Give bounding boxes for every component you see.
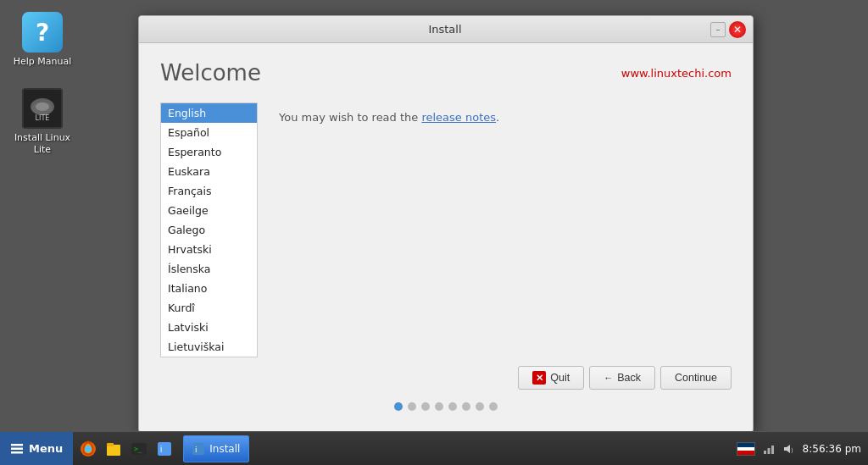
svg-point-3: [36, 102, 49, 111]
locale-flag: [737, 442, 755, 456]
language-item[interactable]: Esperanto: [161, 142, 257, 162]
window-bottom: ✕ Quit ← Back Continue: [160, 366, 732, 419]
svg-text:i: i: [160, 445, 162, 454]
language-item[interactable]: Gaeilge: [161, 201, 257, 220]
minimize-button[interactable]: –: [710, 22, 726, 37]
pagination-dot[interactable]: [408, 402, 416, 411]
installer-icon-btn[interactable]: i: [153, 437, 176, 461]
language-item[interactable]: Kurdî: [161, 298, 257, 318]
clock: 8:56:36 pm: [803, 443, 861, 455]
help-manual-icon[interactable]: ? Help Manual: [8, 8, 76, 71]
installer-icon: i: [155, 440, 174, 458]
release-notes-link[interactable]: release notes: [421, 111, 496, 124]
install-taskbar-button[interactable]: i Install: [183, 435, 249, 462]
pagination-dot[interactable]: [421, 402, 430, 411]
svg-rect-21: [771, 446, 774, 454]
svg-rect-5: [11, 444, 23, 446]
install-window: Install – ✕ Welcome www.linuxtechi.com E…: [138, 15, 754, 433]
pagination-dot[interactable]: [435, 402, 443, 411]
main-area: EnglishEspañolEsperantoEuskaraFrançaisGa…: [160, 102, 732, 357]
svg-rect-6: [11, 447, 23, 450]
pagination-dot[interactable]: [489, 402, 498, 411]
pagination-dots: [160, 402, 732, 419]
svg-rect-20: [767, 448, 770, 454]
language-item[interactable]: Français: [161, 181, 257, 201]
menu-button[interactable]: Menu: [0, 432, 73, 465]
svg-rect-12: [107, 443, 114, 446]
quit-button[interactable]: ✕ Quit: [518, 366, 584, 390]
release-notes-suffix: .: [496, 111, 499, 124]
close-button[interactable]: ✕: [729, 21, 746, 38]
menu-label: Menu: [29, 442, 63, 455]
back-arrow-icon: ←: [604, 373, 613, 383]
quit-icon: ✕: [532, 371, 546, 385]
network-icon: [762, 442, 776, 456]
install-taskbar-icon: i: [192, 443, 204, 455]
welcome-heading: Welcome: [160, 60, 261, 86]
language-item[interactable]: Latviski: [161, 318, 257, 337]
install-taskbar-label: Install: [209, 443, 240, 455]
taskbar: Menu >_: [0, 431, 868, 465]
files-icon-btn[interactable]: [102, 437, 125, 461]
language-item[interactable]: English: [161, 103, 257, 123]
svg-text:>_: >_: [134, 446, 142, 453]
firefox-icon: [79, 440, 97, 458]
terminal-icon-btn[interactable]: >_: [127, 437, 151, 461]
taskbar-quick-launch: >_ i: [73, 437, 180, 461]
content-area: You may wish to read the release notes.: [270, 102, 732, 357]
release-notes-paragraph: You may wish to read the release notes.: [279, 111, 723, 124]
release-notes-prefix: You may wish to read the: [279, 111, 421, 124]
svg-rect-7: [11, 451, 23, 454]
language-item[interactable]: Italiano: [161, 279, 257, 298]
help-icon: ?: [22, 12, 63, 53]
language-item[interactable]: Euskara: [161, 162, 257, 181]
buttons-row: ✕ Quit ← Back Continue: [160, 366, 732, 390]
continue-button[interactable]: Continue: [660, 366, 732, 390]
titlebar-controls: – ✕: [710, 21, 746, 38]
window-body: Welcome www.linuxtechi.com EnglishEspaño…: [139, 43, 753, 432]
back-button[interactable]: ← Back: [589, 366, 655, 390]
menu-icon: [10, 442, 24, 456]
svg-text:): ): [791, 447, 793, 454]
install-linux-lite-icon[interactable]: LITE Install LinuxLite: [8, 85, 76, 160]
volume-icon: ): [782, 442, 796, 456]
svg-text:i: i: [195, 446, 198, 454]
language-list[interactable]: EnglishEspañolEsperantoEuskaraFrançaisGa…: [160, 102, 258, 357]
language-item[interactable]: Íslenska: [161, 259, 257, 279]
language-item[interactable]: Galego: [161, 220, 257, 240]
window-header: Welcome www.linuxtechi.com: [160, 60, 732, 86]
desktop: ? Help Manual LITE Install LinuxLite Ins…: [0, 0, 868, 431]
window-titlebar: Install – ✕: [139, 16, 753, 43]
install-linux-lite-label: Install LinuxLite: [14, 132, 70, 157]
language-item[interactable]: Español: [161, 123, 257, 142]
language-item[interactable]: Lietuviškai: [161, 337, 257, 357]
taskbar-right: ) 8:56:36 pm: [730, 442, 868, 456]
svg-marker-22: [784, 445, 790, 453]
pagination-dot[interactable]: [462, 402, 470, 411]
pagination-dot[interactable]: [394, 402, 403, 411]
window-title: Install: [180, 23, 710, 36]
pagination-dot[interactable]: [448, 402, 457, 411]
svg-rect-19: [764, 451, 766, 454]
firefox-icon-btn[interactable]: [76, 437, 100, 461]
terminal-icon: >_: [130, 440, 148, 458]
help-manual-label: Help Manual: [14, 56, 72, 68]
svg-text:LITE: LITE: [36, 114, 50, 122]
language-item[interactable]: Hrvatski: [161, 240, 257, 259]
files-icon: [104, 440, 123, 458]
install-icon: LITE: [22, 88, 63, 129]
pagination-dot[interactable]: [476, 402, 484, 411]
website-link[interactable]: www.linuxtechi.com: [621, 67, 732, 80]
svg-point-10: [85, 446, 92, 452]
